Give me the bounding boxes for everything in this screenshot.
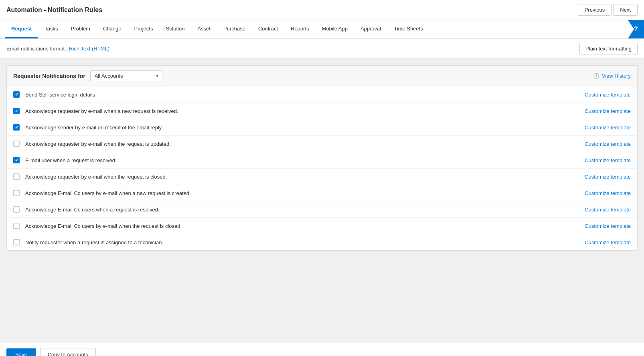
notification-row: Acknowledge requester by e-mail when the…: [7, 169, 637, 185]
tab-tasks[interactable]: Tasks: [38, 20, 64, 38]
tab-reports[interactable]: Reports: [284, 20, 316, 38]
accounts-select-wrapper: All Accounts: [90, 70, 162, 81]
notification-row: Acknowledge E-mail Cc users by e-mail wh…: [7, 218, 637, 234]
checkbox-n5[interactable]: [13, 157, 20, 163]
tab-time-sheets[interactable]: Time Sheets: [387, 20, 429, 38]
view-history-button[interactable]: 🕐 View History: [593, 73, 631, 79]
notification-label-n9: Acknowledge E-mail Cc users by e-mail wh…: [25, 223, 182, 229]
notification-label-n7: Acknowledge E-mail Cc users by e-mail wh…: [25, 190, 191, 196]
customize-link-n3[interactable]: Customize template: [585, 125, 631, 131]
tab-projects[interactable]: Projects: [128, 20, 160, 38]
next-button[interactable]: Next: [613, 4, 638, 16]
save-button[interactable]: Save: [6, 348, 36, 356]
tab-purchase[interactable]: Purchase: [217, 20, 252, 38]
notification-label-n1: Send Self-service login details: [25, 92, 95, 98]
notification-label-n2: Acknowledge requester by e-mail when a n…: [25, 108, 178, 114]
customize-link-n2[interactable]: Customize template: [585, 108, 631, 114]
notification-row: Acknowledge sender by e-mail on receipt …: [7, 119, 637, 136]
accounts-select[interactable]: All Accounts: [90, 70, 162, 81]
app-title: Automation - Notification Rules: [6, 6, 102, 14]
copy-to-accounts-button[interactable]: Copy to Accounts: [40, 348, 96, 356]
notification-row: E-mail user when a request is resolved. …: [7, 152, 637, 169]
tab-contract[interactable]: Contract: [252, 20, 284, 38]
notification-label-n8: Acknowledge E-mail Cc users when a reque…: [25, 207, 160, 213]
top-nav-buttons: Previous Next: [578, 4, 638, 16]
notifications-list: Send Self-service login details Customiz…: [7, 86, 637, 250]
card-header-left: Requester Notifications for All Accounts: [13, 70, 162, 81]
card-header: Requester Notifications for All Accounts…: [7, 66, 637, 86]
notification-row: Acknowledge E-mail Cc users when a reque…: [7, 201, 637, 218]
tab-asset[interactable]: Asset: [191, 20, 217, 38]
notification-row: Notify requester when a request is assig…: [7, 234, 637, 250]
notification-label-n10: Notify requester when a request is assig…: [25, 239, 163, 245]
checkbox-n3[interactable]: [13, 124, 20, 131]
customize-link-n9[interactable]: Customize template: [585, 223, 631, 229]
checkbox-n6[interactable]: [13, 173, 20, 180]
checkbox-n4[interactable]: [13, 141, 20, 147]
checkbox-n10[interactable]: [13, 239, 20, 245]
format-label: Email notifications format : Rich Text (…: [6, 46, 109, 52]
card-header-title: Requester Notifications for: [13, 73, 85, 79]
notifications-card: Requester Notifications for All Accounts…: [6, 65, 638, 251]
previous-button[interactable]: Previous: [578, 4, 612, 16]
notification-label-n3: Acknowledge sender by e-mail on receipt …: [25, 125, 163, 131]
customize-link-n4[interactable]: Customize template: [585, 141, 631, 147]
notification-row: Send Self-service login details Customiz…: [7, 86, 637, 103]
footer-bar: Save Copy to Accounts: [0, 343, 644, 356]
customize-link-n10[interactable]: Customize template: [585, 239, 631, 245]
tab-approval[interactable]: Approval: [354, 20, 387, 38]
history-icon: 🕐: [593, 73, 599, 79]
customize-link-n1[interactable]: Customize template: [585, 92, 631, 98]
tab-problem[interactable]: Problem: [65, 20, 97, 38]
notification-label-n6: Acknowledge requester by e-mail when the…: [25, 174, 167, 180]
checkbox-n9[interactable]: [13, 223, 20, 229]
notification-row: Acknowledge requester by e-mail when a n…: [7, 103, 637, 119]
help-icon[interactable]: ?: [628, 20, 644, 38]
customize-link-n6[interactable]: Customize template: [585, 174, 631, 180]
notification-label-n4: Acknowledge requester by e-mail when the…: [25, 141, 171, 147]
plain-text-button[interactable]: Plain text formatting: [579, 43, 638, 54]
tabs-bar: Request Tasks Problem Change Projects So…: [0, 20, 644, 39]
checkbox-n8[interactable]: [13, 206, 20, 213]
checkbox-n7[interactable]: [13, 190, 20, 196]
top-bar: Automation - Notification Rules Previous…: [0, 0, 644, 20]
tab-mobile-app[interactable]: Mobile App: [316, 20, 354, 38]
checkbox-n1[interactable]: [13, 91, 20, 98]
rich-text-link[interactable]: Rich Text (HTML): [69, 46, 109, 52]
customize-link-n8[interactable]: Customize template: [585, 207, 631, 213]
customize-link-n7[interactable]: Customize template: [585, 190, 631, 196]
format-bar: Email notifications format : Rich Text (…: [0, 39, 644, 59]
notification-label-n5: E-mail user when a request is resolved.: [25, 157, 117, 163]
tab-request[interactable]: Request: [5, 20, 38, 38]
main-content: Requester Notifications for All Accounts…: [0, 59, 644, 343]
tab-change[interactable]: Change: [97, 20, 128, 38]
checkbox-n2[interactable]: [13, 108, 20, 114]
customize-link-n5[interactable]: Customize template: [585, 157, 631, 163]
notification-row: Acknowledge requester by e-mail when the…: [7, 136, 637, 152]
tab-solution[interactable]: Solution: [159, 20, 191, 38]
notification-row: Acknowledge E-mail Cc users by e-mail wh…: [7, 185, 637, 201]
